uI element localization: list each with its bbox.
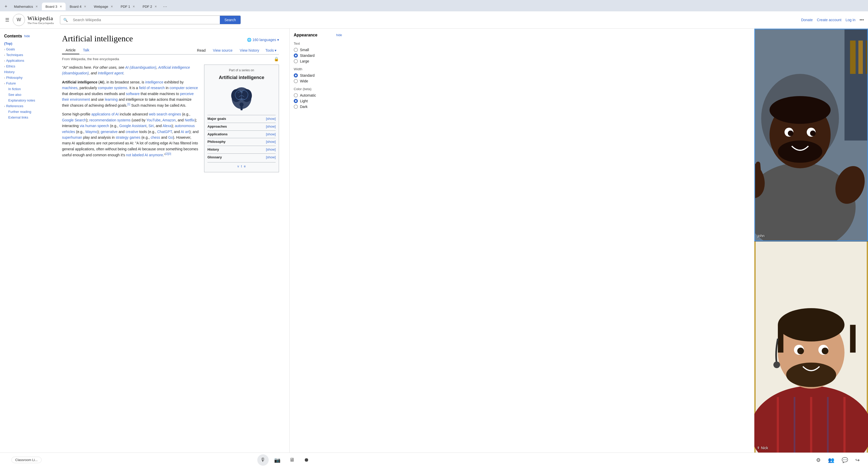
chatgpt-link[interactable]: ChatGPT <box>157 130 172 134</box>
tab-close-board3[interactable]: × <box>60 4 62 8</box>
view-source[interactable]: View source <box>209 47 236 54</box>
hamburger-menu-button[interactable]: ☰ <box>4 16 10 24</box>
toc-link-history[interactable]: History <box>4 70 14 74</box>
siri-link[interactable]: Siri <box>149 124 154 128</box>
recommendation-systems-link[interactable]: recommendation systems <box>89 118 131 122</box>
go-link[interactable]: Go <box>168 135 173 139</box>
toc-link-external-links[interactable]: External links <box>8 116 28 119</box>
screen-share-button[interactable]: 🖥 <box>286 454 298 466</box>
applications-of-ai-link[interactable]: applications of AI <box>91 112 119 116</box>
text-small-radio[interactable] <box>294 48 298 52</box>
new-tab-button[interactable]: + <box>2 3 10 10</box>
tab-article[interactable]: Article <box>62 46 79 54</box>
chat-button[interactable]: 💬 <box>840 455 850 465</box>
toc-hide-button[interactable]: hide <box>24 34 30 38</box>
toc-link-applications[interactable]: Applications <box>6 59 24 63</box>
tab-close-webpage[interactable]: × <box>111 4 113 8</box>
width-standard-radio[interactable] <box>294 73 298 77</box>
toc-link-philosophy[interactable]: Philosophy <box>6 76 23 80</box>
tab-mathematics[interactable]: Mathematics × <box>10 3 41 10</box>
via-human-speech-link[interactable]: via human speech <box>80 124 109 128</box>
alexa-link[interactable]: Alexa <box>162 124 172 128</box>
tab-close-pdf2[interactable]: × <box>155 4 157 8</box>
color-dark-option[interactable]: Dark <box>294 104 342 110</box>
appearance-hide-button[interactable]: hide <box>336 33 342 37</box>
tab-board3[interactable]: Board 3 × <box>42 3 66 10</box>
tools-button[interactable]: Tools ▾ <box>263 47 279 54</box>
ref-2[interactable]: [2] <box>165 152 168 155</box>
google-assistant-link[interactable]: Google Assistant <box>119 124 147 128</box>
ai-art-link[interactable]: AI art <box>181 130 189 134</box>
leave-button[interactable]: ↪ <box>853 455 862 465</box>
camera-toggle-button[interactable]: 📷 <box>272 454 283 466</box>
toc-link-ethics[interactable]: Ethics <box>6 64 15 68</box>
netflix-link[interactable]: Netflix <box>185 118 195 122</box>
intelligence-link[interactable]: intelligence <box>145 80 163 84</box>
view-read[interactable]: Read <box>193 47 209 54</box>
search-button[interactable]: Search <box>220 16 241 24</box>
text-standard-radio[interactable] <box>294 54 298 58</box>
toc-item-top[interactable]: (Top) <box>4 40 53 46</box>
toc-link-explanatory-notes[interactable]: Explanatory notes <box>8 98 35 102</box>
wikipedia-logo[interactable]: W Wikipedia The Free Encyclopedia <box>12 13 54 26</box>
toc-item-see-also[interactable]: See also <box>4 92 53 97</box>
color-light-option[interactable]: Light <box>294 98 342 104</box>
settings-button[interactable]: ⚙ <box>814 455 823 465</box>
toc-link-top[interactable]: (Top) <box>4 41 12 45</box>
superhuman-link[interactable]: superhuman <box>62 135 82 139</box>
text-large-option[interactable]: Large <box>294 58 342 64</box>
toc-item-references[interactable]: ›References <box>4 103 53 109</box>
ai-disambiguation-link[interactable]: AI (disambiguation) <box>125 65 156 69</box>
color-automatic-option[interactable]: Automatic <box>294 92 342 98</box>
toc-item-in-fiction[interactable]: In fiction <box>4 86 53 92</box>
toc-link-see-also[interactable]: See also <box>8 93 22 97</box>
toc-item-ethics[interactable]: ›Ethics <box>4 63 53 69</box>
tab-talk[interactable]: Talk <box>79 46 93 54</box>
width-wide-option[interactable]: Wide <box>294 78 342 84</box>
waymo-link[interactable]: Waymo <box>85 130 97 134</box>
tab-close-board4[interactable]: × <box>84 4 86 8</box>
log-in-link[interactable]: Log in <box>845 18 855 22</box>
toc-item-techniques[interactable]: ›Techniques <box>4 52 53 58</box>
tab-close-mathematics[interactable]: × <box>36 4 38 8</box>
donate-link[interactable]: Donate <box>801 18 813 22</box>
infobox-v-link[interactable]: v <box>238 164 239 169</box>
text-large-radio[interactable] <box>294 59 298 63</box>
infobox-major-goals-show[interactable]: [show] <box>266 116 276 122</box>
tab-close-pdf1[interactable]: × <box>133 4 135 8</box>
computer-science-link[interactable]: computer science <box>169 86 198 90</box>
width-wide-radio[interactable] <box>294 79 298 83</box>
software-link[interactable]: software <box>126 92 140 96</box>
learning-link[interactable]: learning <box>105 97 118 101</box>
toc-item-applications[interactable]: ›Applications <box>4 58 53 63</box>
strategy-games-link[interactable]: strategy games <box>116 135 141 139</box>
tab-pdf1[interactable]: PDF 1 × <box>117 3 138 10</box>
mic-toggle-button[interactable]: 🎙 <box>257 454 269 466</box>
toc-link-references[interactable]: References <box>6 104 23 108</box>
infobox-e-link[interactable]: e <box>244 164 246 169</box>
computer-systems-link[interactable]: computer systems <box>98 86 127 90</box>
infobox-t-link[interactable]: t <box>241 164 242 169</box>
toc-link-goals[interactable]: Goals <box>6 47 15 51</box>
not-labeled-link[interactable]: not labeled AI anymore <box>126 153 163 157</box>
view-history[interactable]: View history <box>236 47 263 54</box>
tab-webpage[interactable]: Webpage × <box>90 3 117 10</box>
toc-item-future[interactable]: ›Future <box>4 80 53 86</box>
color-light-radio[interactable] <box>294 99 298 103</box>
toc-item-history[interactable]: History <box>4 69 53 75</box>
infobox-history-show[interactable]: [show] <box>266 147 276 152</box>
web-search-engines-link[interactable]: web search engines <box>149 112 181 116</box>
amazon-link[interactable]: Amazon <box>162 118 176 122</box>
text-standard-option[interactable]: Standard <box>294 53 342 58</box>
search-input[interactable] <box>70 16 220 24</box>
ref-3[interactable]: [3] <box>168 152 171 155</box>
infobox-glossary-show[interactable]: [show] <box>266 155 276 160</box>
generative-link[interactable]: generative <box>101 130 118 134</box>
toc-item-external-links[interactable]: External links <box>4 115 53 120</box>
toc-link-future[interactable]: Future <box>6 81 16 85</box>
machines-link[interactable]: machines <box>62 86 78 90</box>
languages-button[interactable]: 🌐 160 languages ▾ <box>247 38 279 42</box>
toc-link-in-fiction[interactable]: In fiction <box>8 87 21 91</box>
toc-item-explanatory-notes[interactable]: Explanatory notes <box>4 97 53 103</box>
toc-link-further-reading[interactable]: Further reading <box>8 110 31 114</box>
